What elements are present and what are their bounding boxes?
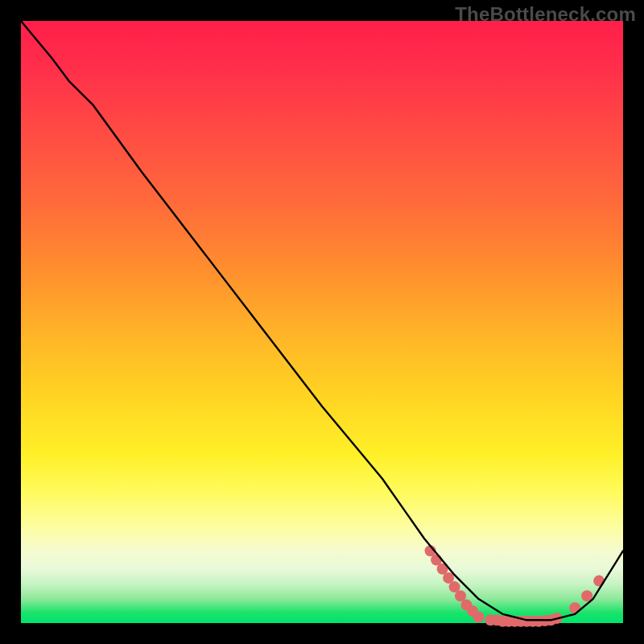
- bottleneck-curve-path: [21, 21, 623, 620]
- watermark-text: TheBottleneck.com: [455, 3, 636, 26]
- chart-svg: [21, 21, 623, 623]
- chart-plot-area: [21, 21, 623, 623]
- bottleneck-marker: [473, 612, 485, 623]
- chart-frame: TheBottleneck.com: [0, 0, 644, 644]
- bottleneck-markers-group: [425, 545, 605, 627]
